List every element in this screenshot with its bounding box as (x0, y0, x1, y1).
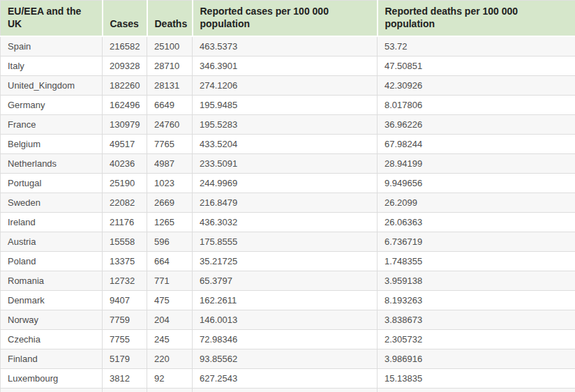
deaths-cell: 1023 (147, 174, 193, 193)
deaths-per-100k-cell: 8.017806 (378, 96, 575, 115)
column-header-cases: Cases (103, 1, 147, 37)
deaths-cell: 596 (147, 232, 193, 252)
cases-per-100k-cell: 35.21725 (193, 252, 378, 271)
country-cell: Finland (1, 349, 103, 369)
cases-cell: 15558 (103, 232, 147, 252)
deaths-per-100k-cell: 3.986916 (378, 349, 575, 369)
deaths-per-100k-cell: 26.2099 (378, 193, 575, 213)
cases-per-100k-cell: 162.2611 (193, 291, 378, 310)
cases-cell: 7755 (103, 330, 147, 349)
country-cell: Poland (1, 252, 103, 271)
cases-cell: 25190 (103, 174, 147, 193)
deaths-per-100k-cell: 9.949656 (378, 174, 575, 193)
table-row: France 130979 24760 195.5283 36.96226 (1, 115, 575, 135)
table-row: Finland 5179 220 93.85562 3.986916 (1, 349, 575, 369)
country-cell: Denmark (1, 291, 103, 310)
deaths-per-100k-cell: 15.13835 (378, 369, 575, 389)
deaths-per-100k-cell: 6.736719 (378, 232, 575, 252)
deaths-per-100k-cell: 26.06363 (378, 213, 575, 232)
cases-per-100k-cell: 433.5204 (193, 135, 378, 154)
table-row: Netherlands 40236 4987 233.5091 28.94199 (1, 154, 575, 174)
cases-per-100k-cell: 346.3901 (193, 56, 378, 76)
deaths-per-100k-cell: 47.50851 (378, 56, 575, 76)
table-row: United_Kingdom 182260 28131 274.1206 42.… (1, 76, 575, 96)
cases-per-100k-cell: 627.2543 (193, 369, 378, 389)
column-header-deaths: Deaths (147, 1, 193, 37)
table-row: Portugal 25190 1023 244.9969 9.949656 (1, 174, 575, 193)
country-cell (1, 389, 103, 392)
country-cell: Netherlands (1, 154, 103, 174)
cases-per-100k-cell: 195.5283 (193, 115, 378, 135)
deaths-per-100k-cell (378, 389, 575, 392)
covid-statistics-table: EU/EEA and the UK Cases Deaths Reported … (0, 0, 575, 392)
cases-cell: 209328 (103, 56, 147, 76)
table-row: Poland 13375 664 35.21725 1.748355 (1, 252, 575, 271)
cases-cell: 49517 (103, 135, 147, 154)
cases-cell: 21176 (103, 213, 147, 232)
cases-cell: 22082 (103, 193, 147, 213)
country-cell: France (1, 115, 103, 135)
cases-cell (103, 389, 147, 392)
table-row-partial (1, 389, 575, 392)
table-row: Austria 15558 596 175.8555 6.736719 (1, 232, 575, 252)
cases-per-100k-cell: 463.5373 (193, 36, 378, 56)
cases-per-100k-cell: 274.1206 (193, 76, 378, 96)
cases-per-100k-cell: 233.5091 (193, 154, 378, 174)
cases-per-100k-cell: 195.9485 (193, 96, 378, 115)
cases-per-100k-cell: 216.8479 (193, 193, 378, 213)
table-row: Ireland 21176 1265 436.3032 26.06363 (1, 213, 575, 232)
country-cell: Spain (1, 36, 103, 56)
deaths-cell: 2669 (147, 193, 193, 213)
deaths-cell: 24760 (147, 115, 193, 135)
country-cell: Portugal (1, 174, 103, 193)
cases-per-100k-cell: 436.3032 (193, 213, 378, 232)
table-row: Italy 209328 28710 346.3901 47.50851 (1, 56, 575, 76)
column-header-country: EU/EEA and the UK (1, 1, 103, 37)
deaths-cell (147, 389, 193, 392)
table-row: Belgium 49517 7765 433.5204 67.98244 (1, 135, 575, 154)
deaths-cell: 204 (147, 310, 193, 330)
cases-cell: 9407 (103, 291, 147, 310)
cases-cell: 216582 (103, 36, 147, 56)
cases-per-100k-cell: 244.9969 (193, 174, 378, 193)
table-row: Czechia 7755 245 72.98346 2.305732 (1, 330, 575, 349)
deaths-cell: 4987 (147, 154, 193, 174)
deaths-per-100k-cell: 1.748355 (378, 252, 575, 271)
deaths-cell: 25100 (147, 36, 193, 56)
cases-per-100k-cell: 175.8555 (193, 232, 378, 252)
deaths-cell: 245 (147, 330, 193, 349)
deaths-cell: 6649 (147, 96, 193, 115)
cases-cell: 130979 (103, 115, 147, 135)
deaths-cell: 7765 (147, 135, 193, 154)
deaths-per-100k-cell: 67.98244 (378, 135, 575, 154)
cases-per-100k-cell: 146.0013 (193, 310, 378, 330)
table-row: Denmark 9407 475 162.2611 8.193263 (1, 291, 575, 310)
deaths-cell: 771 (147, 271, 193, 291)
column-header-cases-per-100k: Reported cases per 100 000 population (193, 1, 378, 37)
deaths-cell: 220 (147, 349, 193, 369)
country-cell: Germany (1, 96, 103, 115)
table-header: EU/EEA and the UK Cases Deaths Reported … (1, 1, 575, 37)
table-row: Germany 162496 6649 195.9485 8.017806 (1, 96, 575, 115)
deaths-cell: 28131 (147, 76, 193, 96)
cases-per-100k-cell: 65.3797 (193, 271, 378, 291)
deaths-cell: 664 (147, 252, 193, 271)
deaths-cell: 92 (147, 369, 193, 389)
country-cell: United_Kingdom (1, 76, 103, 96)
cases-cell: 162496 (103, 96, 147, 115)
deaths-cell: 475 (147, 291, 193, 310)
cases-cell: 12732 (103, 271, 147, 291)
cases-cell: 5179 (103, 349, 147, 369)
country-cell: Czechia (1, 330, 103, 349)
column-header-deaths-per-100k: Reported deaths per 100 000 population (378, 1, 575, 37)
cases-cell: 3812 (103, 369, 147, 389)
cases-cell: 13375 (103, 252, 147, 271)
cases-per-100k-cell (193, 389, 378, 392)
deaths-per-100k-cell: 3.838673 (378, 310, 575, 330)
country-cell: Ireland (1, 213, 103, 232)
deaths-cell: 1265 (147, 213, 193, 232)
country-cell: Austria (1, 232, 103, 252)
cases-per-100k-cell: 93.85562 (193, 349, 378, 369)
table-row: Sweden 22082 2669 216.8479 26.2099 (1, 193, 575, 213)
cases-cell: 7759 (103, 310, 147, 330)
